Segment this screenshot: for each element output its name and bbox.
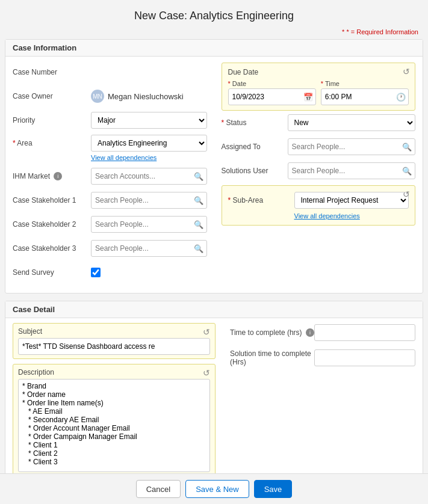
sub-area-block: ↺ * Sub-Area Internal Project Request xyxy=(222,185,416,226)
solutions-user-label: Solutions User xyxy=(222,167,288,175)
solution-time-row: Solution time to complete (Hrs) xyxy=(230,348,415,367)
view-deps-area-link[interactable]: View all dependencies xyxy=(91,154,157,161)
assigned-to-label: Assigned To xyxy=(222,143,288,151)
case-number-row: Case Number xyxy=(13,63,207,82)
search-icon: 🔍 xyxy=(194,244,203,253)
ihm-market-control[interactable]: 🔍 xyxy=(91,168,207,185)
assigned-to-control[interactable]: 🔍 xyxy=(288,138,416,155)
sub-area-label: * Sub-Area xyxy=(228,196,294,204)
solution-time-input[interactable] xyxy=(314,349,415,366)
desc-reset-icon[interactable]: ↺ xyxy=(203,368,210,378)
due-date-block: ↺ Due Date * Date 📅 xyxy=(222,63,416,111)
description-textarea[interactable] xyxy=(18,379,210,472)
assigned-to-row: Assigned To 🔍 xyxy=(222,137,416,156)
cancel-button[interactable]: Cancel xyxy=(136,480,181,498)
status-select[interactable]: New Open Closed Pending xyxy=(288,114,416,131)
priority-row: Priority Major Minor Critical Low xyxy=(13,111,207,130)
stakeholder3-row: Case Stakeholder 3 🔍 xyxy=(13,239,207,258)
due-date-label: Due Date xyxy=(228,68,409,76)
search-icon: 🔍 xyxy=(194,220,203,229)
send-survey-row: Send Survey xyxy=(13,263,207,282)
subject-input[interactable] xyxy=(18,338,210,355)
case-info-header: Case Information xyxy=(5,40,423,57)
case-owner-name: Megan Niesluchowski xyxy=(108,92,184,101)
area-label: * Area xyxy=(13,139,91,147)
stakeholder2-input[interactable] xyxy=(91,216,207,233)
case-detail-header: Case Detail xyxy=(5,301,423,318)
sub-area-reset-icon[interactable]: ↺ xyxy=(403,189,410,199)
ihm-market-row: IHM Market i 🔍 xyxy=(13,167,207,186)
area-select[interactable]: Analytics Engineering xyxy=(91,135,207,152)
time-to-complete-row: Time to complete (hrs) i xyxy=(230,323,415,342)
time-field-group: * Time 🕐 xyxy=(321,80,409,105)
time-to-complete-input[interactable] xyxy=(314,324,415,341)
required-info: * * = Required Information xyxy=(0,28,428,39)
assigned-to-input[interactable] xyxy=(288,138,416,155)
case-information-section: Case Information Case Number Case Owner … xyxy=(5,39,423,293)
solution-time-control[interactable] xyxy=(314,349,415,366)
stakeholder1-label: Case Stakeholder 1 xyxy=(13,196,91,204)
date-label: * Date xyxy=(228,80,316,87)
send-survey-checkbox[interactable] xyxy=(91,268,101,277)
priority-label: Priority xyxy=(13,116,91,124)
stakeholder1-control[interactable]: 🔍 xyxy=(91,192,207,209)
case-number-label: Case Number xyxy=(13,68,91,76)
case-owner-control: MN Megan Niesluchowski xyxy=(91,90,207,103)
priority-select[interactable]: Major Minor Critical Low xyxy=(91,112,207,129)
time-to-complete-label: Time to complete (hrs) i xyxy=(230,328,314,337)
stakeholder1-input[interactable] xyxy=(91,192,207,209)
status-control[interactable]: New Open Closed Pending xyxy=(288,114,416,131)
save-new-button[interactable]: Save & New xyxy=(185,480,249,498)
view-deps-sub-link[interactable]: View all dependencies xyxy=(294,212,360,220)
description-label: Description xyxy=(18,368,210,376)
solution-time-label: Solution time to complete (Hrs) xyxy=(230,349,314,366)
stakeholder2-label: Case Stakeholder 2 xyxy=(13,220,91,229)
ihm-market-info-icon: i xyxy=(54,172,62,180)
stakeholder2-control[interactable]: 🔍 xyxy=(91,216,207,233)
save-button[interactable]: Save xyxy=(254,480,293,498)
page-title: New Case: Analytics Engineering xyxy=(0,0,428,28)
time-to-complete-control[interactable] xyxy=(314,324,415,341)
due-date-reset-icon[interactable]: ↺ xyxy=(403,67,410,76)
date-field-group: * Date 📅 xyxy=(228,80,316,105)
stakeholder2-row: Case Stakeholder 2 🔍 xyxy=(13,215,207,234)
search-icon: 🔍 xyxy=(402,143,412,152)
solutions-user-input[interactable] xyxy=(288,162,416,179)
calendar-icon: 📅 xyxy=(303,93,313,102)
stakeholder1-row: Case Stakeholder 1 🔍 xyxy=(13,191,207,210)
stakeholder3-input[interactable] xyxy=(91,240,207,257)
case-owner-row: Case Owner MN Megan Niesluchowski xyxy=(13,87,207,106)
stakeholder3-control[interactable]: 🔍 xyxy=(91,240,207,257)
solutions-user-row: Solutions User 🔍 xyxy=(222,161,416,180)
area-control[interactable]: Analytics Engineering xyxy=(91,135,207,152)
search-icon: 🔍 xyxy=(402,167,412,176)
status-label: * Status xyxy=(222,118,288,127)
footer-bar: Cancel Save & New Save xyxy=(0,473,428,504)
time-label: * Time xyxy=(321,80,409,87)
time-to-complete-info-icon: i xyxy=(306,328,314,337)
send-survey-control[interactable] xyxy=(91,268,207,277)
clock-icon: 🕐 xyxy=(396,93,406,102)
area-row: * Area Analytics Engineering View all de… xyxy=(13,135,207,162)
stakeholder3-label: Case Stakeholder 3 xyxy=(13,244,91,253)
subject-area: ↺ Subject xyxy=(13,323,216,359)
case-owner-label: Case Owner xyxy=(13,92,91,100)
subject-reset-icon[interactable]: ↺ xyxy=(203,327,210,337)
avatar: MN xyxy=(91,90,104,103)
ihm-market-input[interactable] xyxy=(91,168,207,185)
sub-area-control[interactable]: Internal Project Request xyxy=(294,192,409,209)
priority-control[interactable]: Major Minor Critical Low xyxy=(91,112,207,129)
sub-area-select[interactable]: Internal Project Request xyxy=(294,192,409,209)
search-icon: 🔍 xyxy=(194,196,203,205)
solutions-user-control[interactable]: 🔍 xyxy=(288,162,416,179)
subject-label: Subject xyxy=(18,327,210,336)
description-area: ↺ Description xyxy=(13,364,216,478)
send-survey-label: Send Survey xyxy=(13,268,91,277)
case-detail-section: Case Detail ↺ Subject ↺ Description xyxy=(5,301,423,484)
status-row: * Status New Open Closed Pending xyxy=(222,113,416,132)
ihm-market-label: IHM Market i xyxy=(13,172,91,181)
search-icon: 🔍 xyxy=(194,172,203,181)
